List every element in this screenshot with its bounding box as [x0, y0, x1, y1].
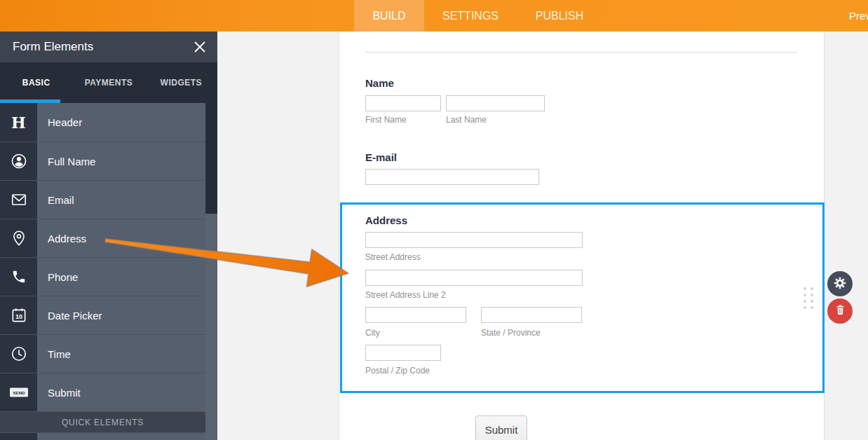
- street-address-line2-sublabel: Street Address Line 2: [365, 290, 446, 300]
- last-name-input[interactable]: [446, 95, 545, 111]
- element-item-header[interactable]: H Header: [0, 103, 205, 142]
- gear-icon: [833, 276, 847, 292]
- element-item-partial: [0, 432, 205, 440]
- postal-code-sublabel: Postal / Zip Code: [365, 366, 430, 376]
- element-item-label: Date Picker: [37, 296, 205, 334]
- sidebar-scrollbar-track[interactable]: [205, 103, 217, 440]
- trash-icon: [834, 303, 847, 319]
- street-address-line2-input[interactable]: [365, 270, 583, 286]
- sidebar-scrollbar-thumb[interactable]: [205, 214, 217, 440]
- last-name-sublabel: Last Name: [446, 115, 487, 125]
- element-item-label: Full Name: [37, 142, 205, 180]
- element-item-label: Address: [37, 219, 205, 257]
- element-item-time[interactable]: Time: [0, 334, 205, 373]
- postal-code-input[interactable]: [365, 345, 441, 361]
- state-sublabel: State / Province: [481, 328, 541, 338]
- header-icon: H: [0, 103, 37, 142]
- svg-text:10: 10: [15, 313, 22, 320]
- preview-link[interactable]: Prev: [849, 0, 868, 32]
- first-name-input[interactable]: [365, 95, 441, 111]
- close-icon[interactable]: [191, 38, 209, 56]
- element-item-label: Phone: [37, 258, 205, 296]
- tab-publish[interactable]: PUBLISH: [517, 0, 602, 32]
- email-field-label: E-mail: [365, 151, 397, 163]
- tab-build[interactable]: BUILD: [354, 0, 424, 32]
- form-preview-card: Name First Name Last Name E-mail Address…: [339, 32, 825, 440]
- element-delete-button[interactable]: [827, 298, 853, 324]
- street-address-input[interactable]: [365, 232, 583, 248]
- element-settings-button[interactable]: [827, 271, 853, 296]
- date-picker-icon: 10: [0, 296, 37, 334]
- element-item-label: Time: [37, 335, 205, 373]
- quick-elements-header: QUICK ELEMENTS: [0, 411, 205, 432]
- address-element-selected[interactable]: Address Street Address Street Address Li…: [340, 202, 825, 393]
- panel-tabs: BASIC PAYMENTS WIDGETS: [0, 62, 217, 103]
- tab-widgets[interactable]: WIDGETS: [145, 62, 217, 103]
- element-item-label: Email: [37, 181, 205, 219]
- city-input[interactable]: [365, 307, 466, 323]
- tab-payments[interactable]: PAYMENTS: [72, 62, 144, 103]
- city-sublabel: City: [365, 328, 380, 338]
- svg-text:SEND: SEND: [13, 390, 25, 395]
- email-icon: [0, 181, 37, 219]
- name-field-label: Name: [365, 77, 394, 89]
- state-input[interactable]: [481, 307, 582, 323]
- panel-title: Form Elements: [0, 40, 93, 54]
- first-name-sublabel: First Name: [365, 115, 407, 125]
- phone-icon: [0, 258, 37, 296]
- address-pin-icon: [0, 219, 37, 257]
- street-address-sublabel: Street Address: [365, 252, 421, 262]
- element-item-email[interactable]: Email: [0, 180, 205, 219]
- panel-header: Form Elements: [0, 32, 217, 62]
- submit-icon: SEND: [0, 373, 37, 411]
- form-elements-panel: Form Elements BASIC PAYMENTS WIDGETS H H…: [0, 32, 217, 440]
- tab-basic[interactable]: BASIC: [0, 62, 72, 103]
- form-submit-button[interactable]: Submit: [475, 415, 527, 440]
- element-item-label: Header: [37, 103, 205, 142]
- element-item-address[interactable]: Address: [0, 219, 205, 257]
- element-item-submit[interactable]: SEND Submit: [0, 373, 205, 411]
- drag-handle[interactable]: [803, 287, 813, 310]
- element-list: H Header Full Name Email: [0, 103, 217, 440]
- element-item-label: Submit: [37, 373, 205, 411]
- form-divider: [365, 52, 797, 53]
- full-name-icon: [0, 142, 37, 180]
- email-input[interactable]: [365, 169, 539, 185]
- tab-settings[interactable]: SETTINGS: [424, 0, 517, 32]
- top-navigation-bar: BUILD SETTINGS PUBLISH Prev: [0, 0, 868, 32]
- address-field-label: Address: [365, 214, 407, 226]
- time-icon: [0, 335, 37, 373]
- element-item-full-name[interactable]: Full Name: [0, 142, 205, 180]
- element-item-phone[interactable]: Phone: [0, 257, 205, 296]
- element-item-date-picker[interactable]: 10 Date Picker: [0, 296, 205, 334]
